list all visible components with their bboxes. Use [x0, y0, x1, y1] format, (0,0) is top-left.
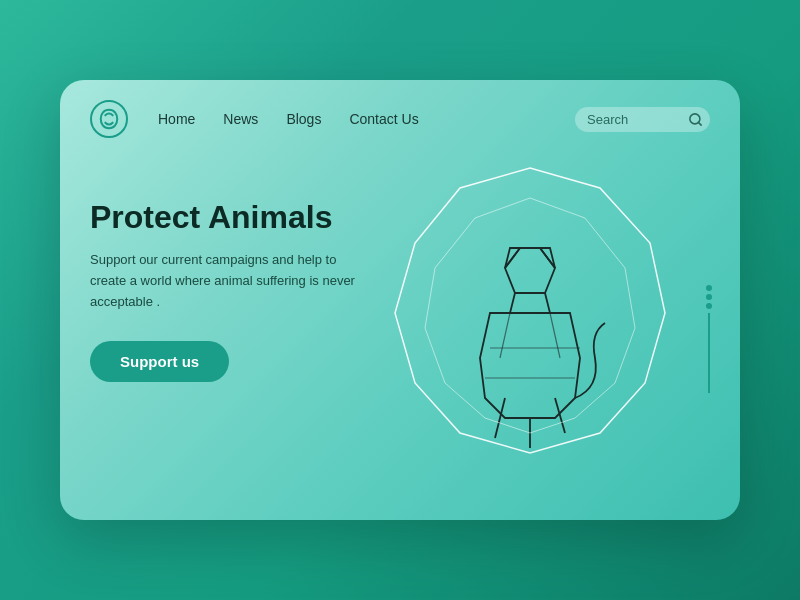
svg-marker-4 — [505, 248, 520, 268]
nav-item-news[interactable]: News — [223, 110, 258, 128]
nav-item-contact[interactable]: Contact Us — [349, 110, 418, 128]
svg-marker-5 — [540, 248, 555, 268]
scroll-line — [708, 313, 710, 393]
nav-item-blogs[interactable]: Blogs — [286, 110, 321, 128]
nav-item-home[interactable]: Home — [158, 110, 195, 128]
svg-line-8 — [495, 398, 505, 438]
nav-links: Home News Blogs Contact Us — [158, 110, 575, 128]
hero-title: Protect Animals — [90, 198, 370, 236]
cat-illustration — [380, 148, 680, 520]
navbar: Home News Blogs Contact Us — [60, 80, 740, 158]
svg-line-12 — [550, 313, 560, 358]
search-box[interactable] — [575, 107, 710, 132]
hero-description: Support our current campaigns and help t… — [90, 250, 370, 312]
scroll-dot-1 — [706, 285, 712, 291]
search-icon — [688, 112, 703, 127]
scroll-dot-2 — [706, 294, 712, 300]
logo — [90, 100, 128, 138]
svg-marker-6 — [510, 293, 550, 313]
svg-line-11 — [500, 313, 510, 358]
scroll-dot-3 — [706, 303, 712, 309]
svg-marker-15 — [425, 198, 635, 433]
scroll-indicator — [706, 285, 712, 393]
svg-marker-3 — [505, 248, 555, 293]
hero-text: Protect Animals Support our current camp… — [90, 168, 370, 382]
hero-section: Protect Animals Support our current camp… — [60, 158, 740, 520]
search-input[interactable] — [587, 112, 682, 127]
main-card: Home News Blogs Contact Us Protect Anima… — [60, 80, 740, 520]
svg-marker-2 — [395, 168, 665, 453]
svg-line-1 — [698, 122, 701, 125]
scroll-dots — [706, 285, 712, 309]
support-button[interactable]: Support us — [90, 341, 229, 382]
svg-marker-7 — [480, 313, 580, 418]
